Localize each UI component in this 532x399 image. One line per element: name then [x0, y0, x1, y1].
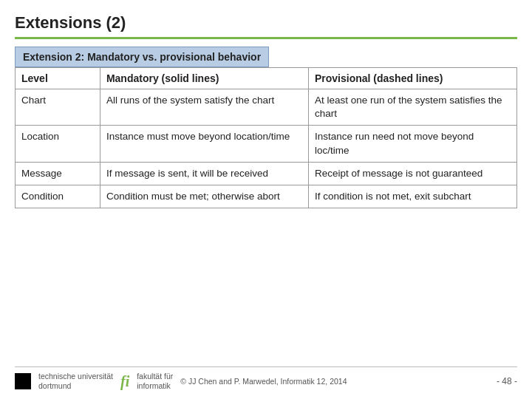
table-row: ChartAll runs of the system satisfy the … [16, 89, 517, 126]
cell-provisional: If condition is not met, exit subchart [308, 185, 516, 208]
cell-level: Message [16, 162, 100, 185]
cell-provisional: Instance run need not move beyond loc/ti… [308, 126, 516, 162]
tu-square-icon [15, 373, 31, 389]
faculty-name: informatik [137, 381, 173, 392]
table-row: LocationInstance must move beyond locati… [16, 126, 517, 162]
cell-mandatory: All runs of the system satisfy the chart [100, 89, 308, 126]
page-title: Extensions (2) [15, 13, 517, 33]
cell-level: Chart [16, 89, 100, 126]
cell-provisional: At least one run of the system satisfies… [308, 89, 516, 126]
fi-logo: fi [120, 373, 129, 390]
cell-mandatory: If message is sent, it will be received [100, 162, 308, 185]
col-header-level: Level [16, 68, 100, 89]
cell-provisional: Receipt of message is not guaranteed [308, 162, 516, 185]
footer: technische universität dortmund fi fakul… [15, 366, 517, 392]
section-header: Extension 2: Mandatory vs. provisional b… [15, 47, 269, 67]
cell-mandatory: Condition must be met; otherwise abort [100, 185, 308, 208]
cell-mandatory: Instance must move beyond location/time [100, 126, 308, 162]
university-city: dortmund [38, 381, 113, 392]
col-header-mandatory: Mandatory (solid lines) [100, 68, 308, 89]
university-name: technische universität [38, 372, 113, 382]
table-row: ConditionCondition must be met; otherwis… [16, 185, 517, 208]
content-section: Extension 2: Mandatory vs. provisional b… [15, 47, 517, 208]
faculty-label: fakultät für [137, 372, 173, 382]
tu-logo [15, 373, 31, 389]
green-divider [15, 37, 517, 39]
footer-page-number: - 48 - [497, 376, 517, 386]
footer-copyright: © JJ Chen and P. Marwedel, Informatik 12… [180, 377, 489, 386]
footer-faculty-text: fakultät für informatik [137, 372, 173, 392]
fi-icon: fi [120, 373, 129, 390]
cell-level: Location [16, 126, 100, 162]
page: Extensions (2) Extension 2: Mandatory vs… [0, 0, 532, 399]
comparison-table: Level Mandatory (solid lines) Provisiona… [15, 67, 517, 208]
col-header-provisional: Provisional (dashed lines) [308, 68, 516, 89]
cell-level: Condition [16, 185, 100, 208]
footer-university-text: technische universität dortmund [38, 372, 113, 392]
table-row: MessageIf message is sent, it will be re… [16, 162, 517, 185]
